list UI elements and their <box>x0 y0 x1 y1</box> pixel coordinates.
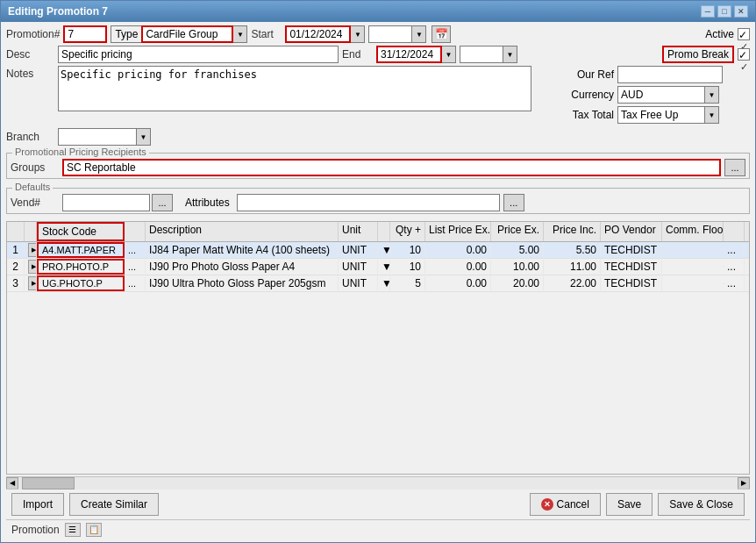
status-icon-1[interactable]: ☰ <box>65 523 81 537</box>
start-time-select[interactable] <box>368 25 412 43</box>
row-actions[interactable]: ... <box>724 243 745 257</box>
groups-ellipsis-button[interactable]: ... <box>724 159 745 176</box>
calendar-button[interactable]: 📅 <box>431 25 451 43</box>
th-price-inc: Price Inc. <box>544 222 601 241</box>
minimize-button[interactable]: ─ <box>701 5 715 18</box>
form-row-2: Desc End ▼ ▼ Promo Break ✓ <box>6 46 750 63</box>
desc-input[interactable] <box>58 46 339 63</box>
cancel-button[interactable]: ✕ Cancel <box>530 493 601 516</box>
row-price-ex: 10.00 <box>491 260 544 274</box>
table-row[interactable]: 1 ▶ A4.MATT.PAPER ... IJ84 Paper Matt Wh… <box>7 242 749 259</box>
notes-label: Notes <box>6 68 54 80</box>
defaults-section: Defaults Vend# ... Attributes ... <box>6 188 750 214</box>
save-close-button[interactable]: Save & Close <box>658 493 745 516</box>
th-num <box>7 222 25 241</box>
start-date-input[interactable] <box>285 25 351 43</box>
row-unit: UNIT <box>339 276 378 290</box>
row-dots[interactable]: ... <box>125 277 146 289</box>
row-dots[interactable]: ... <box>125 244 146 256</box>
scrollbar-track[interactable] <box>18 477 738 489</box>
attributes-ellipsis-button[interactable]: ... <box>503 194 524 211</box>
th-price-ex: Price Ex. <box>491 222 544 241</box>
vend-ellipsis-button[interactable]: ... <box>152 194 173 211</box>
close-button[interactable]: ✕ <box>734 5 748 18</box>
branch-row: Branch ▼ <box>6 128 750 146</box>
row-dots[interactable]: ... <box>125 261 146 273</box>
cancel-label: Cancel <box>557 498 589 511</box>
row-actions[interactable]: ... <box>724 276 745 290</box>
row-comm-floor <box>662 266 724 268</box>
qur-ref-label: Our Ref <box>557 68 614 81</box>
qur-ref-input[interactable] <box>617 66 723 83</box>
start-date-wrapper: ▼ <box>285 25 365 43</box>
tax-total-input[interactable] <box>617 106 705 124</box>
promo-break-label: Promo Break <box>662 46 734 63</box>
end-time-select[interactable] <box>460 46 503 63</box>
row-actions[interactable]: ... <box>724 260 745 274</box>
window-controls: ─ □ ✕ <box>701 5 748 18</box>
maximize-button[interactable]: □ <box>717 5 731 18</box>
currency-label: Currency <box>557 89 614 101</box>
tax-total-arrow[interactable]: ▼ <box>705 106 719 124</box>
end-date-arrow[interactable]: ▼ <box>442 46 456 63</box>
th-description: Description <box>146 222 339 241</box>
end-date-input[interactable] <box>376 46 442 63</box>
row-unit-arrow[interactable]: ▼ <box>378 243 390 257</box>
start-date-arrow[interactable]: ▼ <box>351 25 365 43</box>
main-window: Editing Promotion 7 ─ □ ✕ Promotion# Typ… <box>0 0 756 543</box>
import-button[interactable]: Import <box>11 493 64 516</box>
create-similar-button[interactable]: Create Similar <box>69 493 159 516</box>
start-label: Start <box>251 28 282 40</box>
scroll-right-button[interactable]: ▶ <box>738 477 750 489</box>
row-price-inc: 22.00 <box>544 276 601 290</box>
promotion-label: Promotion# <box>6 28 60 40</box>
table-row[interactable]: 2 ▶ PRO.PHOTO.P ... IJ90 Pro Photo Gloss… <box>7 259 749 275</box>
row-qty: 10 <box>390 243 425 257</box>
scrollbar-thumb[interactable] <box>22 477 75 489</box>
end-time-arrow[interactable]: ▼ <box>503 46 517 63</box>
attributes-input[interactable] <box>237 194 500 211</box>
row-arrow[interactable]: ▶ <box>25 242 37 258</box>
row-description: IJ90 Pro Photo Gloss Paper A4 <box>146 260 339 274</box>
promotion-input[interactable] <box>63 25 107 43</box>
row-comm-floor <box>662 249 724 251</box>
row-arrow[interactable]: ▶ <box>25 275 37 291</box>
vend-input[interactable] <box>62 194 150 211</box>
pricing-recipients-legend: Promotional Pricing Recipients <box>12 146 149 157</box>
branch-select[interactable] <box>58 128 137 146</box>
row-price-ex: 20.00 <box>491 276 544 290</box>
start-time-arrow[interactable]: ▼ <box>412 25 426 43</box>
branch-arrow[interactable]: ▼ <box>137 128 151 146</box>
th-arrow <box>25 222 37 241</box>
row-num: 2 <box>7 260 25 274</box>
type-input[interactable] <box>141 25 233 43</box>
status-icon-2[interactable]: 📋 <box>86 523 102 537</box>
groups-input[interactable] <box>62 159 721 176</box>
currency-arrow[interactable]: ▼ <box>705 86 719 104</box>
start-time-wrapper: ▼ <box>368 25 426 43</box>
promo-break-checkbox[interactable]: ✓ <box>738 48 750 61</box>
row-description: IJ84 Paper Matt White A4 (100 sheets) <box>146 243 339 257</box>
row-arrow[interactable]: ▶ <box>25 259 37 275</box>
type-dropdown-arrow[interactable]: ▼ <box>233 25 247 43</box>
currency-input[interactable] <box>617 86 705 104</box>
status-label: Promotion <box>11 524 60 536</box>
type-label: Type <box>111 25 141 43</box>
table-row[interactable]: 3 ▶ UG.PHOTO.P ... IJ90 Ultra Photo Glos… <box>7 275 749 292</box>
row-unit-arrow[interactable]: ▼ <box>378 260 390 274</box>
vend-wrapper: ... <box>62 194 173 211</box>
scroll-left-button[interactable]: ◀ <box>6 477 18 489</box>
row-num: 3 <box>7 276 25 290</box>
notes-textarea[interactable]: Specific pricing for franchises <box>58 66 531 111</box>
products-table: Stock Code Description Unit Qty + List P… <box>6 221 750 475</box>
active-label: Active <box>705 28 734 40</box>
horizontal-scrollbar[interactable]: ◀ ▶ <box>6 476 750 489</box>
vend-label: Vend# <box>11 196 59 209</box>
row-stock-code: A4.MATT.PAPER <box>37 242 125 258</box>
save-button[interactable]: Save <box>606 493 653 516</box>
th-list-price: List Price Ex. <box>425 222 491 241</box>
row-unit-arrow[interactable]: ▼ <box>378 276 390 290</box>
th-dots <box>125 222 146 241</box>
end-time-wrapper: ▼ <box>460 46 517 63</box>
active-checkbox[interactable]: ✓ <box>738 28 750 40</box>
